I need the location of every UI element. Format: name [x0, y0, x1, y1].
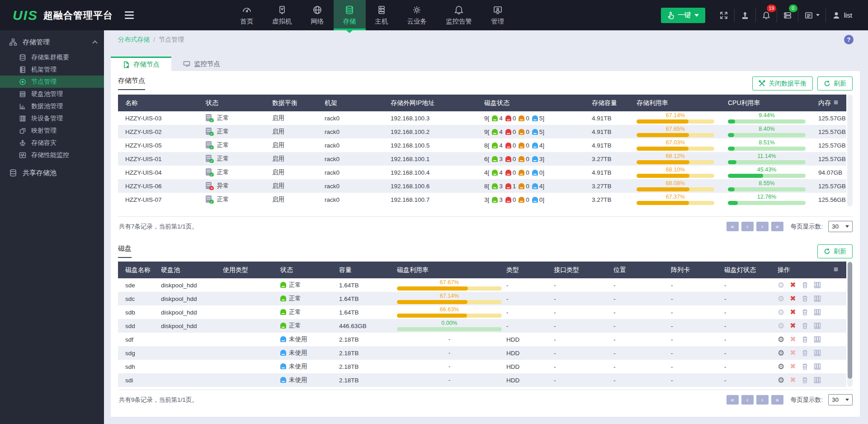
disk-table-row[interactable]: sdd diskpool_hdd 正常 446.63GB 0.00% - - -…: [118, 319, 846, 333]
upload-button[interactable]: [734, 9, 755, 22]
node-table-row[interactable]: HZZY-UIS-04 正常 启用 rack0 192.168.100.4 4[…: [118, 166, 846, 179]
col-disk-status[interactable]: 磁盘状态: [484, 99, 592, 107]
remove-icon[interactable]: ✖: [790, 336, 796, 343]
nav-network[interactable]: 网络: [302, 0, 334, 30]
gear-icon[interactable]: ⚙: [778, 336, 784, 343]
col-raid-card[interactable]: 阵列卡: [671, 266, 724, 274]
delete-icon[interactable]: [802, 336, 808, 343]
delete-icon[interactable]: [802, 376, 808, 384]
prev-page-button[interactable]: ‹: [741, 222, 754, 231]
sidebar-item-cluster-overview[interactable]: 存储集群概要: [0, 51, 104, 63]
sidebar-item-rack-management[interactable]: 机架管理: [0, 63, 104, 76]
chevron-up-icon[interactable]: [92, 40, 97, 45]
nodes-table-scrollbar[interactable]: [847, 95, 853, 206]
alarm-bell-button[interactable]: 19: [755, 9, 777, 22]
remove-icon[interactable]: ✖: [790, 349, 796, 357]
raid-group-icon[interactable]: [814, 322, 821, 329]
sidebar-item-mapping-management[interactable]: 映射管理: [0, 124, 104, 137]
delete-icon[interactable]: [802, 322, 808, 329]
tab-monitor-nodes[interactable]: 监控节点: [171, 57, 232, 71]
raid-group-icon[interactable]: [814, 349, 821, 357]
column-settings-icon[interactable]: ≡: [834, 265, 838, 274]
raid-group-icon[interactable]: [814, 295, 821, 302]
disk-table-row[interactable]: sdh 未使用 2.18TB - HDD - - - -: [118, 360, 846, 373]
disk-table-row[interactable]: sdg 未使用 2.18TB - HDD - - - -: [118, 346, 846, 360]
node-table-row[interactable]: HZZY-UIS-01 正常 启用 rack0 192.168.100.1 6[…: [118, 152, 846, 166]
sidebar-item-diskpool-management[interactable]: 硬盘池管理: [0, 88, 104, 100]
sidebar-item-storage-dr[interactable]: 存储容灾: [0, 137, 104, 149]
remove-icon[interactable]: ✖: [790, 281, 796, 289]
col-position[interactable]: 位置: [613, 266, 671, 274]
tab-storage-nodes[interactable]: 存储节点: [111, 57, 171, 71]
disks-table-scrollbar[interactable]: [847, 262, 853, 387]
gear-icon[interactable]: ⚙: [778, 322, 784, 330]
gear-icon[interactable]: ⚙: [778, 376, 784, 384]
last-page-button[interactable]: »: [771, 395, 783, 405]
raid-group-icon[interactable]: [814, 336, 821, 343]
gear-icon[interactable]: ⚙: [778, 349, 784, 357]
delete-icon[interactable]: [802, 295, 808, 302]
col-balance[interactable]: 数据平衡: [272, 99, 325, 107]
fullscreen-button[interactable]: [713, 9, 734, 22]
node-table-row[interactable]: HZZY-UIS-05 正常 启用 rack0 192.168.100.5 8[…: [118, 138, 846, 152]
disk-table-row[interactable]: sdb diskpool_hdd 正常 1.64TB 66.63% - - - …: [118, 305, 846, 319]
gear-icon[interactable]: ⚙: [778, 309, 784, 316]
breadcrumb-parent[interactable]: 分布式存储: [118, 36, 150, 44]
delete-icon[interactable]: [802, 363, 808, 370]
next-page-button[interactable]: ›: [756, 222, 769, 231]
scrollbar-thumb[interactable]: [848, 262, 852, 379]
raid-group-icon[interactable]: [814, 363, 821, 370]
remove-icon[interactable]: ✖: [790, 295, 796, 302]
view-menu-button[interactable]: [798, 9, 826, 22]
raid-group-icon[interactable]: [814, 309, 821, 316]
gear-icon[interactable]: ⚙: [778, 295, 784, 303]
col-cpu-util[interactable]: CPU利用率: [728, 99, 818, 107]
col-storage-util[interactable]: 存储利用率: [637, 99, 728, 107]
col-type[interactable]: 类型: [506, 266, 554, 274]
col-status[interactable]: 状态: [206, 99, 272, 107]
last-page-button[interactable]: »: [771, 222, 783, 231]
remove-icon[interactable]: ✖: [790, 322, 796, 329]
nav-monitor-alarm[interactable]: 监控告警: [436, 0, 481, 30]
remove-icon[interactable]: ✖: [790, 376, 796, 384]
nav-host[interactable]: 主机: [366, 0, 398, 30]
sidebar-item-performance-monitor[interactable]: 存储性能监控: [0, 149, 104, 161]
sidebar-item-datapool-management[interactable]: 数据池管理: [0, 100, 104, 112]
nav-storage[interactable]: 存储: [334, 0, 366, 30]
sidebar-item-block-device-management[interactable]: 块设备管理: [0, 112, 104, 124]
sidebar-group-storage-management[interactable]: 存储管理: [0, 33, 104, 51]
col-disk-util[interactable]: 磁盘利用率: [397, 266, 506, 274]
nav-cloud-service[interactable]: 云业务: [398, 0, 437, 30]
sidebar-item-node-management[interactable]: 节点管理: [0, 76, 104, 88]
col-use-type[interactable]: 使用类型: [223, 266, 280, 274]
remove-icon[interactable]: ✖: [790, 363, 796, 370]
node-table-row[interactable]: HZZY-UIS-03 正常 启用 rack0 192.168.100.3 9[…: [118, 111, 846, 125]
col-memory[interactable]: 内存: [818, 99, 846, 107]
node-table-row[interactable]: HZZY-UIS-02 正常 启用 rack0 192.168.100.2 9[…: [118, 125, 846, 138]
close-data-balance-button[interactable]: 关闭数据平衡: [752, 76, 813, 91]
user-menu[interactable]: list: [826, 9, 858, 22]
one-key-button[interactable]: 一键: [661, 8, 705, 23]
raid-group-icon[interactable]: [814, 281, 821, 289]
delete-icon[interactable]: [802, 309, 808, 316]
page-size-select[interactable]: 30: [828, 221, 853, 232]
prev-page-button[interactable]: ‹: [741, 395, 754, 405]
delete-icon[interactable]: [802, 281, 808, 289]
disk-table-row[interactable]: sde diskpool_hdd 正常 1.64TB 67.67% - - - …: [118, 278, 846, 292]
nav-management[interactable]: 管理: [481, 0, 514, 30]
disk-table-row[interactable]: sdi 未使用 2.18TB - HDD - - - -: [118, 373, 846, 387]
col-rack[interactable]: 机架: [325, 99, 391, 107]
col-diskpool[interactable]: 硬盘池: [161, 266, 223, 274]
disks-refresh-button[interactable]: 刷新: [817, 244, 853, 258]
node-table-row[interactable]: HZZY-UIS-06 异常 启用 rack0 192.168.100.6 8[…: [118, 179, 846, 193]
node-table-row[interactable]: HZZY-UIS-07 正常 启用 rack0 192.168.100.7 3[…: [118, 193, 846, 206]
gear-icon[interactable]: ⚙: [778, 281, 784, 289]
disk-table-row[interactable]: sdf 未使用 2.18TB - HDD - - - -: [118, 333, 846, 346]
col-disk-led[interactable]: 磁盘灯状态: [724, 266, 778, 274]
delete-icon[interactable]: [802, 349, 808, 357]
page-size-select[interactable]: 30: [828, 394, 853, 405]
next-page-button[interactable]: ›: [756, 395, 769, 405]
sidebar-group-shared-storage-pool[interactable]: 共享存储池: [0, 164, 104, 182]
first-page-button[interactable]: «: [726, 222, 739, 231]
nav-home[interactable]: 首页: [231, 0, 263, 30]
